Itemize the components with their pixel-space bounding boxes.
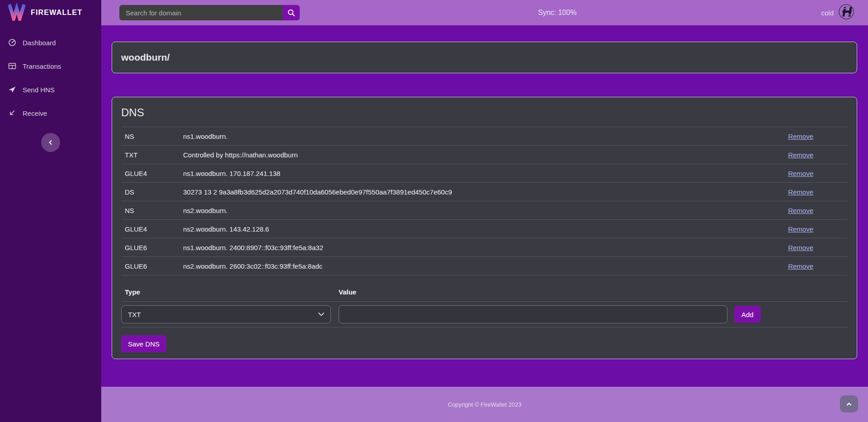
record-value-input[interactable]: [339, 305, 727, 323]
record-type: TXT: [121, 151, 183, 159]
wallet-name: cold: [821, 9, 834, 17]
record-value: ns1.woodburn.: [183, 133, 753, 140]
add-record-button[interactable]: Add: [734, 306, 761, 323]
record-type: GLUE6: [121, 244, 183, 251]
record-value: ns2.woodburn. 143.42.128.6: [183, 225, 753, 233]
remove-record-link[interactable]: Remove: [788, 133, 813, 140]
dns-record-row: GLUE4 ns1.woodburn. 170.187.241.138 Remo…: [121, 164, 848, 182]
firewallet-w-logo-icon: [7, 3, 26, 23]
sidebar-item-receive[interactable]: Receive: [0, 106, 101, 120]
record-value: Controlled by https://nathan.woodburn: [183, 151, 753, 159]
sidebar-nav: Dashboard Transactions Send HNS: [0, 25, 101, 120]
handshake-logo-icon[interactable]: [838, 4, 854, 22]
dns-section-title: DNS: [121, 97, 848, 127]
remove-record-link[interactable]: Remove: [788, 170, 813, 177]
record-value: ns1.woodburn. 2400:8907::f03c:93ff:fe5a:…: [183, 244, 753, 251]
footer: Copyright © FireWallet 2023: [101, 387, 868, 422]
remove-record-link[interactable]: Remove: [788, 244, 813, 251]
record-type: NS: [121, 207, 183, 214]
add-record-headers: Type Value: [121, 283, 848, 302]
search-input[interactable]: [119, 5, 283, 20]
record-type: GLUE4: [121, 170, 183, 177]
sidebar-item-send-hns[interactable]: Send HNS: [0, 82, 101, 97]
gauge-icon: [8, 38, 16, 47]
sidebar-item-transactions[interactable]: Transactions: [0, 59, 101, 73]
record-type: NS: [121, 133, 183, 140]
chevron-down-icon: [318, 313, 324, 316]
dns-record-row: NS ns2.woodburn. Remove: [121, 201, 848, 219]
copyright-text: Copyright © FireWallet 2023: [448, 401, 522, 408]
dns-records-table: NS ns1.woodburn. Remove TXT Controlled b…: [121, 127, 848, 275]
record-value: ns2.woodburn. 2600:3c02::f03c:93ff:fe5a:…: [183, 262, 753, 270]
wallet-area: cold: [821, 0, 854, 25]
value-column-header: Value: [339, 288, 848, 296]
sidebar-item-label: Transactions: [23, 62, 61, 70]
selected-type: TXT: [128, 311, 141, 318]
record-type-select[interactable]: TXT: [121, 305, 331, 323]
sidebar-item-label: Send HNS: [23, 86, 55, 94]
paper-plane-icon: [8, 85, 16, 94]
arrow-down-left-icon: [8, 109, 16, 117]
remove-record-link[interactable]: Remove: [788, 225, 813, 233]
record-value: 30273 13 2 9a3a8fb3d625d2a2073d740f10da6…: [183, 188, 753, 196]
chevron-up-icon: [845, 401, 853, 407]
sync-status: Sync: 100%: [538, 9, 576, 17]
search-button[interactable]: [283, 5, 300, 20]
dns-record-row: DS 30273 13 2 9a3a8fb3d625d2a2073d740f10…: [121, 182, 848, 201]
record-type: GLUE4: [121, 225, 183, 233]
magnifier-icon: [288, 9, 295, 17]
scroll-to-top-button[interactable]: [840, 395, 858, 413]
remove-record-link[interactable]: Remove: [788, 207, 813, 214]
chevron-left-icon: [47, 139, 54, 146]
sidebar: FIREWALLET Dashboard Transactions: [0, 0, 101, 422]
remove-record-link[interactable]: Remove: [788, 188, 813, 196]
brand[interactable]: FIREWALLET: [0, 0, 101, 25]
dns-record-row: NS ns1.woodburn. Remove: [121, 127, 848, 145]
domain-title: woodburn/: [121, 52, 170, 63]
record-value: ns2.woodburn.: [183, 207, 753, 214]
sidebar-item-dashboard[interactable]: Dashboard: [0, 35, 101, 50]
remove-record-link[interactable]: Remove: [788, 151, 813, 159]
dns-record-row: GLUE6 ns2.woodburn. 2600:3c02::f03c:93ff…: [121, 256, 848, 275]
domain-search: [119, 5, 300, 20]
type-column-header: Type: [121, 288, 339, 296]
record-value: ns1.woodburn. 170.187.241.138: [183, 170, 753, 177]
topbar: Sync: 100% cold: [101, 0, 868, 25]
sidebar-item-label: Dashboard: [23, 39, 56, 47]
record-type: GLUE6: [121, 262, 183, 270]
table-icon: [8, 62, 16, 70]
sidebar-item-label: Receive: [23, 109, 47, 117]
brand-title: FIREWALLET: [31, 9, 82, 17]
dns-card: DNS NS ns1.woodburn. Remove TXT Controll…: [112, 97, 857, 359]
sidebar-collapse-button[interactable]: [41, 133, 60, 152]
domain-card: woodburn/: [112, 42, 857, 73]
dns-record-row: TXT Controlled by https://nathan.woodbur…: [121, 145, 848, 164]
remove-record-link[interactable]: Remove: [788, 262, 813, 270]
save-dns-button[interactable]: Save DNS: [121, 335, 166, 352]
main-content: woodburn/ DNS NS ns1.woodburn. Remove TX…: [101, 25, 868, 387]
dns-record-row: GLUE6 ns1.woodburn. 2400:8907::f03c:93ff…: [121, 238, 848, 256]
add-record-form: TXT Add: [121, 302, 848, 327]
record-type: DS: [121, 188, 183, 196]
app-root: FIREWALLET Dashboard Transactions: [0, 0, 868, 422]
dns-record-row: GLUE4 ns2.woodburn. 143.42.128.6 Remove: [121, 219, 848, 238]
